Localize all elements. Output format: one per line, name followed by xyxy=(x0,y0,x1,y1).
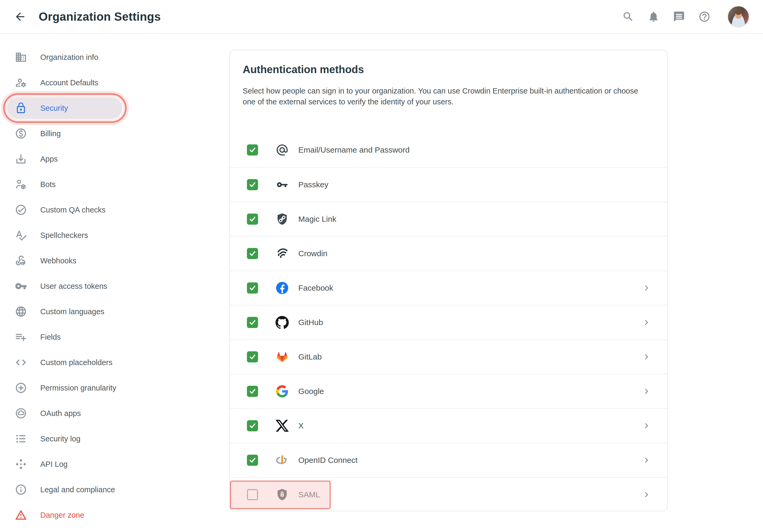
auth-method-label: Google xyxy=(298,387,324,396)
messages-chat-icon[interactable] xyxy=(673,11,685,23)
facebook-checkbox[interactable] xyxy=(247,282,258,293)
google-checkbox[interactable] xyxy=(247,386,258,397)
gitlab-checkbox[interactable] xyxy=(247,351,258,363)
sidebar-item-security-log[interactable]: Security log xyxy=(0,426,127,452)
facebook-logo-icon xyxy=(275,281,289,295)
google-logo-icon xyxy=(275,384,289,398)
playlist-add-icon xyxy=(15,331,27,343)
sidebar-item-security[interactable]: Security xyxy=(0,95,127,121)
sidebar-item-label: Custom placeholders xyxy=(40,358,112,367)
header: Organization Settings xyxy=(0,0,763,34)
auth-method-label: OpenID Connect xyxy=(298,456,357,465)
person-cube-icon xyxy=(15,178,27,190)
authentication-methods-card: Authentication methods Select how people… xyxy=(229,50,668,511)
download-icon xyxy=(15,153,27,165)
auth-method-label: Magic Link xyxy=(298,215,336,224)
x-checkbox[interactable] xyxy=(247,420,258,431)
sidebar-item-label: Bots xyxy=(40,180,55,189)
sidebar-item-custom-placeholders[interactable]: Custom placeholders xyxy=(0,350,127,375)
auth-method-row-google: Google xyxy=(230,374,667,408)
search-icon[interactable] xyxy=(622,11,634,23)
sidebar-item-organization-info[interactable]: Organization info xyxy=(0,45,127,70)
sidebar-item-danger-zone[interactable]: Danger zone xyxy=(0,502,127,528)
sidebar-item-apps[interactable]: Apps xyxy=(0,146,127,172)
auth-method-row-gitlab: GitLab xyxy=(230,339,667,374)
card-description: Select how people can sign in to your or… xyxy=(243,86,653,107)
crowdin-logo-icon xyxy=(275,246,289,261)
auth-method-row-email: Email/Username and Password xyxy=(230,133,667,167)
sidebar-item-label: Custom QA checks xyxy=(40,206,106,214)
auth-method-label: Crowdin xyxy=(298,249,327,258)
sidebar-item-label: User access tokens xyxy=(40,282,107,291)
sidebar-item-label: Webhooks xyxy=(40,257,76,265)
check-circle-icon xyxy=(15,204,27,216)
github-logo-icon xyxy=(275,315,289,330)
x-logo-icon xyxy=(275,419,289,433)
auth-method-row-saml: SAML xyxy=(230,477,667,512)
gitlab-logo-icon xyxy=(275,350,289,364)
auth-method-row-magic-link: Magic Link xyxy=(230,202,667,236)
email-checkbox[interactable] xyxy=(247,145,258,156)
info-circle-icon xyxy=(15,483,27,496)
sidebar-item-custom-languages[interactable]: Custom languages xyxy=(0,299,127,324)
user-avatar[interactable] xyxy=(727,6,749,28)
saml-checkbox[interactable] xyxy=(247,489,258,500)
auth-method-row-openid: OpenID Connect xyxy=(230,443,667,477)
sidebar-item-webhooks[interactable]: Webhooks xyxy=(0,248,127,273)
sidebar-item-label: Account Defaults xyxy=(40,78,98,87)
card-title: Authentication methods xyxy=(243,63,654,75)
passkey-checkbox[interactable] xyxy=(247,179,258,190)
at-sign-icon xyxy=(275,143,289,157)
chevron-right-icon[interactable] xyxy=(641,489,652,500)
chevron-right-icon[interactable] xyxy=(641,386,652,397)
sidebar-item-oauth-apps[interactable]: OAuth apps xyxy=(0,401,127,426)
sidebar-item-label: API Log xyxy=(40,460,67,469)
crowdin-checkbox[interactable] xyxy=(247,248,258,259)
auth-method-row-x: X xyxy=(230,408,667,443)
auth-method-label: Email/Username and Password xyxy=(298,146,410,155)
chevron-right-icon[interactable] xyxy=(641,455,652,466)
notifications-bell-icon[interactable] xyxy=(647,11,660,23)
sidebar-item-api-log[interactable]: API Log xyxy=(0,452,127,477)
sidebar-item-label: Custom languages xyxy=(40,307,104,316)
chevron-right-icon[interactable] xyxy=(641,283,652,293)
openid-checkbox[interactable] xyxy=(247,455,258,466)
auth-methods-list: Email/Username and Password Passkey Magi… xyxy=(230,133,667,512)
sidebar-item-account-defaults[interactable]: Account Defaults xyxy=(0,70,127,95)
back-arrow-icon[interactable] xyxy=(14,10,27,23)
magic-link-checkbox[interactable] xyxy=(247,214,258,225)
sidebar-item-label: Danger zone xyxy=(40,511,84,520)
spellcheck-icon xyxy=(15,229,27,241)
sidebar-item-spellcheckers[interactable]: Spellcheckers xyxy=(0,223,127,248)
auth-method-row-passkey: Passkey xyxy=(230,167,667,202)
auth-method-label: SAML xyxy=(298,490,320,499)
chevron-right-icon[interactable] xyxy=(641,317,652,328)
dollar-circle-icon xyxy=(15,128,27,140)
sidebar-item-permission-granularity[interactable]: Permission granularity xyxy=(0,375,127,401)
sidebar-item-legal-and-compliance[interactable]: Legal and compliance xyxy=(0,477,127,502)
sidebar-item-custom-qa-checks[interactable]: Custom QA checks xyxy=(0,197,127,223)
header-actions xyxy=(622,6,749,28)
github-checkbox[interactable] xyxy=(247,317,258,328)
help-icon[interactable] xyxy=(698,11,710,23)
auth-method-label: GitHub xyxy=(298,318,323,327)
sidebar-item-user-access-tokens[interactable]: User access tokens xyxy=(0,273,127,299)
chevron-right-icon[interactable] xyxy=(641,352,652,362)
sidebar-item-label: OAuth apps xyxy=(40,409,81,418)
sidebar-item-label: Security xyxy=(40,104,68,113)
cloud-circle-icon xyxy=(15,407,27,419)
sidebar-item-fields[interactable]: Fields xyxy=(0,324,127,350)
webhook-icon xyxy=(15,255,27,267)
warning-triangle-icon xyxy=(15,509,27,521)
card-header: Authentication methods Select how people… xyxy=(230,50,667,107)
sidebar-item-bots[interactable]: Bots xyxy=(0,172,127,197)
chevron-right-icon[interactable] xyxy=(641,420,652,431)
sidebar-item-label: Legal and compliance xyxy=(40,485,115,494)
sidebar-item-label: Security log xyxy=(40,435,80,443)
sidebar-nav: Organization info Account Defaults Secur… xyxy=(0,35,127,528)
sidebar-item-billing[interactable]: Billing xyxy=(0,121,127,146)
auth-method-row-github: GitHub xyxy=(230,305,667,339)
key-icon xyxy=(15,280,27,292)
code-icon xyxy=(15,356,27,369)
sidebar-item-label: Billing xyxy=(40,129,61,138)
